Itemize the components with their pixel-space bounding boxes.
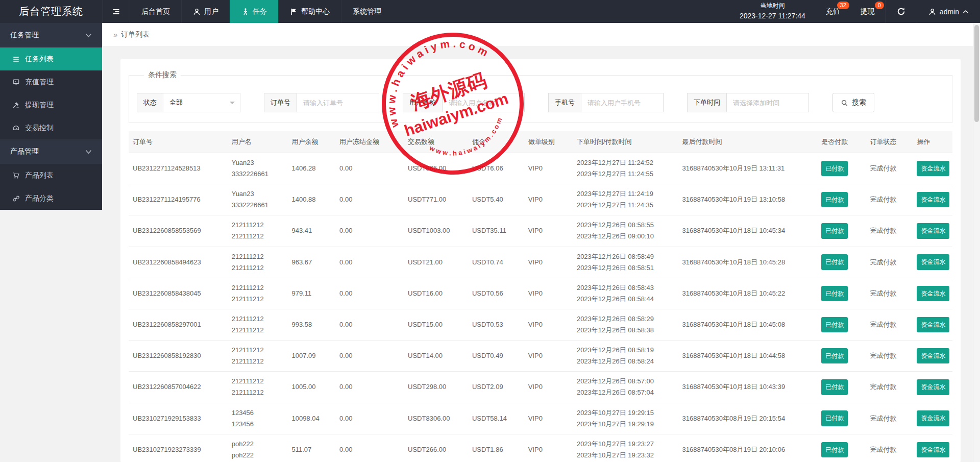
fund-flow-button[interactable]: 资金流水 bbox=[917, 379, 949, 395]
fund-flow-button[interactable]: 资金流水 bbox=[917, 192, 949, 207]
username-line1: 212111212 bbox=[232, 376, 284, 387]
sidebar-item-label: 产品列表 bbox=[25, 171, 54, 180]
cell-order-pay-time: 2023年10月27日 19:29:15 2023年10月27日 19:29:1… bbox=[573, 403, 678, 434]
sidebar-item-product-list[interactable]: 产品列表 bbox=[0, 164, 102, 187]
fund-flow-button[interactable]: 资金流水 bbox=[917, 223, 949, 238]
table-row: UB2312260858297001 212111212 212111212 9… bbox=[129, 309, 952, 340]
order-table: 订单号 用户名 用户余额 用户冻结金额 交易数额 佣金 做单级别 下单时间/付款… bbox=[129, 131, 952, 462]
status-filter-group: 状态 全部 bbox=[137, 93, 240, 112]
username-line1: 123456 bbox=[232, 407, 284, 419]
pay-time-line: 2023年12月27日 11:24:55 bbox=[577, 168, 674, 180]
fund-flow-button[interactable]: 资金流水 bbox=[917, 286, 949, 301]
nav-item-label: 帮助中心 bbox=[301, 7, 330, 16]
order-time-line: 2023年12月26日 08:58:49 bbox=[577, 251, 674, 262]
fund-flow-button[interactable]: 资金流水 bbox=[917, 348, 949, 363]
username-line2: poh222 bbox=[232, 450, 284, 461]
pay-time-line: 2023年12月26日 08:58:38 bbox=[577, 325, 674, 336]
sidebar-item-recharge-management[interactable]: 充值管理 bbox=[0, 70, 102, 93]
cell-amount: USDT298.00 bbox=[404, 372, 468, 403]
sidebar-item-task-list[interactable]: 任务列表 bbox=[0, 47, 102, 70]
paid-badge[interactable]: 已付款 bbox=[821, 192, 848, 207]
cell-balance: 1005.00 bbox=[287, 372, 335, 403]
order-time-input[interactable] bbox=[726, 93, 809, 112]
paid-badge[interactable]: 已付款 bbox=[821, 286, 848, 301]
cell-status: 完成付款 bbox=[866, 434, 913, 462]
cell-frozen: 0.00 bbox=[335, 215, 404, 247]
cell-paid: 已付款 bbox=[817, 403, 866, 434]
cell-status: 完成付款 bbox=[866, 278, 913, 309]
sidebar-item-label: 产品分类 bbox=[25, 194, 54, 203]
paid-badge[interactable]: 已付款 bbox=[821, 442, 848, 457]
sidebar-group-product-management[interactable]: 产品管理 bbox=[0, 139, 102, 164]
cell-balance: 979.11 bbox=[287, 278, 335, 309]
col-commission: 佣金 bbox=[468, 131, 524, 153]
fund-flow-button[interactable]: 资金流水 bbox=[917, 442, 949, 457]
cell-last-pay-time: 31688740530年10月18日 10:45:08 bbox=[678, 309, 817, 340]
cell-paid: 已付款 bbox=[817, 309, 866, 340]
cell-order-pay-time: 2023年12月26日 08:58:55 2023年12月26日 09:00:1… bbox=[573, 215, 678, 247]
search-row: 状态 全部 订单号 用户名称 手机号 下单时间 bbox=[137, 93, 944, 112]
breadcrumb: » 订单列表 bbox=[102, 23, 980, 46]
order-time-line: 2023年10月27日 19:29:15 bbox=[577, 407, 674, 419]
pay-time-line: 2023年12月26日 08:57:04 bbox=[577, 387, 674, 398]
nav-item-tasks[interactable]: 任务 bbox=[230, 0, 278, 23]
fund-flow-button[interactable]: 资金流水 bbox=[917, 317, 949, 332]
sidebar-group-task-management[interactable]: 任务管理 bbox=[0, 23, 102, 47]
cell-commission: USDT2.09 bbox=[468, 372, 524, 403]
sidebar-toggle-button[interactable] bbox=[102, 0, 130, 23]
paid-badge[interactable]: 已付款 bbox=[821, 161, 848, 176]
pay-time-line: 2023年12月26日 08:58:24 bbox=[577, 356, 674, 367]
paid-badge[interactable]: 已付款 bbox=[821, 379, 848, 395]
cell-amount: USDT771.00 bbox=[404, 184, 468, 215]
col-action: 操作 bbox=[913, 131, 952, 153]
fund-flow-button[interactable]: 资金流水 bbox=[917, 254, 949, 270]
paid-badge[interactable]: 已付款 bbox=[821, 223, 848, 238]
order-table-body: UB2312271124528513 Yuan23 3332226661 140… bbox=[129, 153, 952, 462]
cell-balance: 1400.88 bbox=[287, 184, 335, 215]
nav-item-system[interactable]: 系统管理 bbox=[341, 0, 393, 23]
status-select[interactable]: 全部 bbox=[163, 93, 240, 112]
cell-last-pay-time: 31688740530年08月19日 20:10:06 bbox=[678, 434, 817, 462]
sidebar-item-withdraw-management[interactable]: 提现管理 bbox=[0, 93, 102, 116]
nav-item-help-center[interactable]: 帮助中心 bbox=[278, 0, 341, 23]
cell-frozen: 0.00 bbox=[335, 153, 404, 184]
cell-paid: 已付款 bbox=[817, 372, 866, 403]
paid-badge[interactable]: 已付款 bbox=[821, 348, 848, 363]
cell-status: 完成付款 bbox=[866, 341, 913, 372]
sidebar-item-trade-control[interactable]: 交易控制 bbox=[0, 116, 102, 139]
cell-order-no: UB2312260857004622 bbox=[129, 372, 228, 403]
cell-last-pay-time: 31688740530年10月18日 10:45:34 bbox=[678, 215, 817, 247]
recharge-button[interactable]: 充值 32 bbox=[816, 0, 850, 23]
admin-menu[interactable]: admin bbox=[917, 0, 980, 23]
cell-last-pay-time: 31688740530年08月19日 20:15:54 bbox=[678, 403, 817, 434]
phone-input[interactable] bbox=[581, 93, 664, 112]
scrollbar-thumb[interactable] bbox=[974, 25, 979, 122]
recharge-badge: 32 bbox=[837, 2, 849, 9]
list-icon bbox=[12, 56, 20, 63]
cell-last-pay-time: 31688740530年10月18日 10:43:39 bbox=[678, 372, 817, 403]
cell-balance: 963.67 bbox=[287, 247, 335, 278]
local-time-value: 2023-12-27 11:27:44 bbox=[740, 11, 805, 22]
paid-badge[interactable]: 已付款 bbox=[821, 254, 848, 270]
cell-amount: USDT1003.00 bbox=[404, 215, 468, 247]
fund-flow-button[interactable]: 资金流水 bbox=[917, 161, 949, 176]
withdraw-button[interactable]: 提现 0 bbox=[850, 0, 885, 23]
username-input[interactable] bbox=[442, 93, 525, 112]
order-no-input[interactable] bbox=[297, 93, 379, 112]
recharge-icon bbox=[12, 79, 20, 86]
paid-badge[interactable]: 已付款 bbox=[821, 317, 848, 332]
refresh-button[interactable] bbox=[885, 0, 917, 23]
cell-balance: 1007.09 bbox=[287, 341, 335, 372]
cell-level: VIP0 bbox=[524, 215, 573, 247]
fund-flow-button[interactable]: 资金流水 bbox=[917, 410, 949, 426]
sidebar-item-product-category[interactable]: 产品分类 bbox=[0, 187, 102, 210]
nav-item-home[interactable]: 后台首页 bbox=[130, 0, 181, 23]
cell-action: 资金流水 bbox=[913, 247, 952, 278]
search-button[interactable]: 搜索 bbox=[832, 93, 874, 112]
vertical-scrollbar[interactable] bbox=[973, 23, 980, 462]
nav-item-label: 用户 bbox=[204, 7, 218, 16]
table-row: UB2312260858192830 212111212 212111212 1… bbox=[129, 341, 952, 372]
nav-item-users[interactable]: 用户 bbox=[181, 0, 230, 23]
paid-badge[interactable]: 已付款 bbox=[821, 410, 848, 426]
search-legend: 条件搜索 bbox=[144, 70, 181, 80]
